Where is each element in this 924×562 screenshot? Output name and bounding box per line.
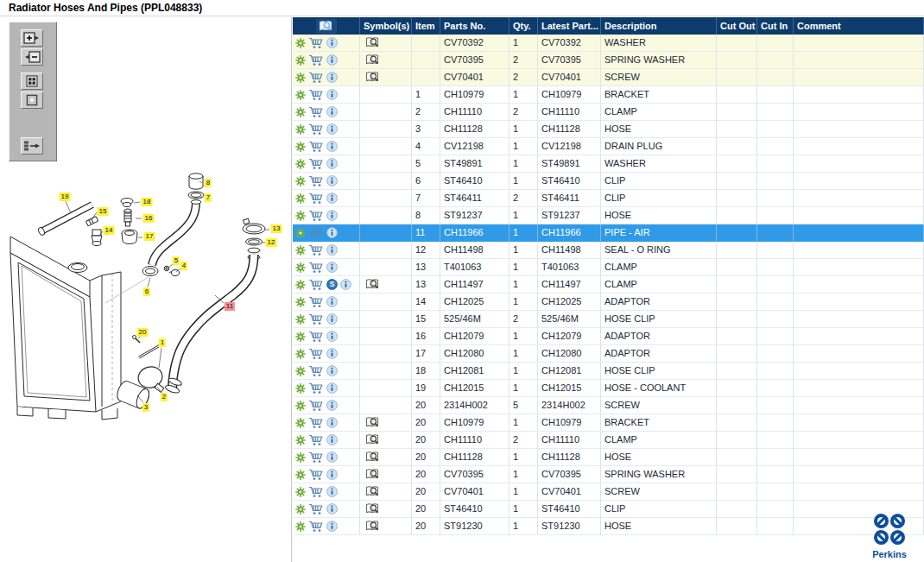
gear-icon[interactable] bbox=[295, 262, 306, 273]
cart-icon[interactable] bbox=[308, 106, 324, 118]
col-header-cutout[interactable]: Cut Out bbox=[717, 17, 757, 35]
table-row[interactable]: 3CH111281CH11128HOSE bbox=[293, 121, 924, 138]
info-icon[interactable] bbox=[326, 54, 338, 66]
table-row[interactable]: CV703921CV70392WASHER bbox=[293, 35, 924, 52]
callout-15[interactable]: 15 bbox=[98, 207, 109, 216]
info-icon[interactable] bbox=[326, 521, 338, 532]
gear-icon[interactable] bbox=[295, 245, 306, 256]
col-header-actions[interactable] bbox=[293, 17, 360, 35]
list-export-button[interactable] bbox=[21, 137, 43, 155]
table-row[interactable]: 20CH111281CH11128HOSE bbox=[293, 449, 924, 466]
book-magnifier-icon[interactable] bbox=[365, 468, 380, 481]
col-header-item[interactable]: Item bbox=[412, 17, 440, 35]
info-icon[interactable] bbox=[326, 210, 338, 221]
cart-icon[interactable] bbox=[308, 123, 324, 136]
table-row[interactable]: 2CH111102CH11110CLAMP bbox=[293, 104, 924, 121]
info-icon[interactable] bbox=[326, 331, 338, 342]
table-row[interactable]: 4CV121981CV12198DRAIN PLUG bbox=[293, 138, 924, 155]
info-icon[interactable] bbox=[326, 486, 338, 497]
info-icon[interactable] bbox=[326, 348, 338, 359]
book-magnifier-icon[interactable] bbox=[365, 278, 380, 291]
callout-2[interactable]: 2 bbox=[161, 393, 168, 401]
book-magnifier-icon[interactable] bbox=[365, 433, 380, 446]
info-icon[interactable] bbox=[326, 175, 338, 186]
gear-icon[interactable] bbox=[295, 366, 306, 376]
book-magnifier-icon[interactable] bbox=[365, 416, 380, 429]
info-icon[interactable] bbox=[326, 227, 338, 238]
table-row[interactable]: 17CH120801CH12080ADAPTOR bbox=[293, 345, 924, 363]
gear-icon[interactable] bbox=[295, 487, 306, 497]
cart-icon[interactable] bbox=[308, 210, 324, 222]
table-row[interactable]: 20ST912301ST91230HOSE bbox=[293, 518, 924, 535]
cart-icon[interactable] bbox=[308, 348, 324, 360]
marquee-zoom-button[interactable] bbox=[21, 92, 43, 109]
cart-icon[interactable] bbox=[308, 279, 324, 291]
table-row[interactable]: 12CH114981CH11498SEAL - O RING bbox=[293, 242, 924, 259]
gear-icon[interactable] bbox=[295, 401, 306, 411]
gear-icon[interactable] bbox=[295, 159, 306, 169]
cart-icon[interactable] bbox=[308, 193, 324, 205]
callout-20[interactable]: 20 bbox=[137, 328, 149, 337]
info-icon[interactable] bbox=[326, 244, 338, 256]
info-icon[interactable] bbox=[326, 469, 338, 480]
table-row[interactable]: 20CV703951CV70395SPRING WASHER bbox=[293, 466, 924, 483]
gear-icon[interactable] bbox=[295, 90, 306, 100]
cart-icon[interactable] bbox=[308, 451, 324, 464]
table-row[interactable]: 7ST464112ST46411CLIP bbox=[293, 190, 924, 207]
callout-11[interactable]: 11 bbox=[225, 302, 235, 311]
info-icon[interactable] bbox=[326, 141, 338, 152]
cart-icon[interactable] bbox=[308, 89, 324, 101]
book-magnifier-icon[interactable] bbox=[365, 451, 380, 464]
gear-icon[interactable] bbox=[295, 452, 306, 463]
cart-icon[interactable] bbox=[308, 486, 324, 498]
cart-icon[interactable] bbox=[308, 382, 324, 395]
s-icon[interactable]: S bbox=[326, 279, 338, 290]
cart-icon[interactable] bbox=[308, 521, 324, 533]
gear-icon[interactable] bbox=[295, 504, 306, 515]
cart-icon[interactable] bbox=[308, 158, 324, 170]
callout-18[interactable]: 18 bbox=[142, 198, 153, 206]
cart-icon[interactable] bbox=[308, 296, 324, 308]
gear-icon[interactable] bbox=[295, 297, 306, 307]
table-row[interactable]: 6ST464101ST46410CLIP bbox=[293, 173, 924, 190]
info-icon[interactable] bbox=[326, 37, 338, 48]
cart-icon[interactable] bbox=[308, 400, 324, 412]
table-row[interactable]: CV704012CV70401SCREW bbox=[293, 69, 924, 86]
gear-icon[interactable] bbox=[295, 349, 306, 359]
info-icon[interactable] bbox=[326, 262, 338, 273]
table-row[interactable]: 14CH120251CH12025ADAPTOR bbox=[293, 294, 924, 311]
gear-icon[interactable] bbox=[295, 142, 306, 152]
tile-view-button[interactable] bbox=[21, 73, 43, 90]
cart-icon[interactable] bbox=[308, 54, 324, 66]
callout-19[interactable]: 19 bbox=[60, 193, 71, 201]
callout-12[interactable]: 12 bbox=[266, 238, 277, 247]
cart-icon[interactable] bbox=[308, 469, 324, 481]
callout-8[interactable]: 8 bbox=[205, 179, 212, 187]
info-icon[interactable] bbox=[326, 365, 338, 376]
book-magnifier-icon[interactable] bbox=[365, 71, 380, 84]
callout-7[interactable]: 7 bbox=[205, 193, 212, 202]
cart-icon[interactable] bbox=[308, 262, 324, 274]
info-icon[interactable] bbox=[326, 313, 338, 325]
gear-icon[interactable] bbox=[295, 124, 306, 135]
book-search-icon[interactable] bbox=[316, 19, 337, 34]
info-icon[interactable] bbox=[326, 503, 338, 515]
cart-icon[interactable] bbox=[308, 313, 324, 325]
callout-1[interactable]: 1 bbox=[159, 338, 166, 347]
callout-13[interactable]: 13 bbox=[271, 224, 282, 233]
gear-icon[interactable] bbox=[295, 521, 306, 532]
table-row[interactable]: 19CH120151CH12015HOSE - COOLANT bbox=[293, 380, 924, 397]
cart-icon[interactable] bbox=[308, 417, 324, 429]
book-magnifier-icon[interactable] bbox=[365, 54, 380, 66]
callout-16[interactable]: 16 bbox=[143, 214, 155, 223]
cart-icon[interactable] bbox=[308, 503, 324, 515]
cart-icon[interactable] bbox=[308, 37, 324, 49]
info-icon[interactable] bbox=[340, 279, 351, 290]
book-magnifier-icon[interactable] bbox=[365, 36, 380, 49]
cart-icon[interactable] bbox=[308, 331, 324, 343]
callout-4[interactable]: 4 bbox=[180, 262, 187, 270]
table-row[interactable]: 15525/46M2525/46MHOSE CLIP bbox=[293, 311, 924, 328]
gear-icon[interactable] bbox=[295, 280, 306, 290]
table-row[interactable]: 8ST912371ST91237HOSE bbox=[293, 207, 924, 224]
gear-icon[interactable] bbox=[295, 228, 306, 238]
